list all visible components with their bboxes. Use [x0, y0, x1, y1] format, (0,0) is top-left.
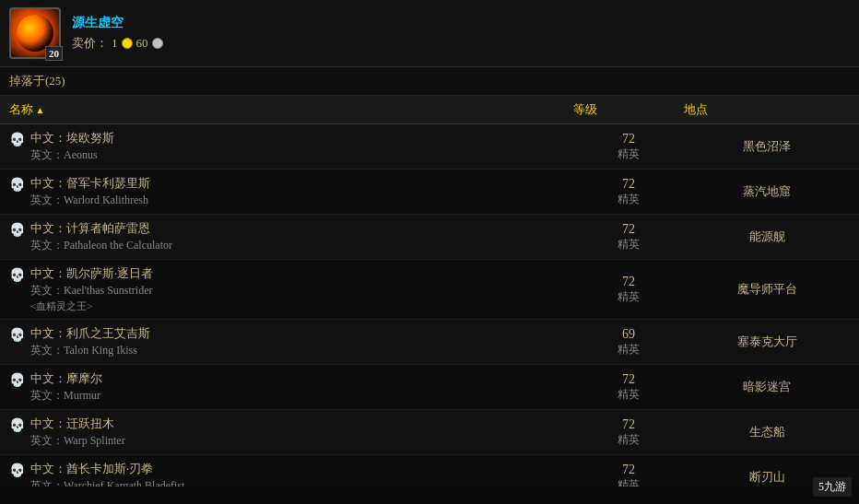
name-header[interactable]: 名称: [9, 101, 573, 118]
table-row[interactable]: 💀中文：利爪之王艾吉斯英文：Talon King Ikiss69精英塞泰克大厅: [0, 320, 859, 365]
level-cell: 72精英: [573, 372, 684, 403]
name-cell: 💀中文：摩摩尔英文：Murmur: [9, 370, 573, 404]
level-type: 精英: [618, 147, 640, 160]
name-en: 英文：Kael'thas Sunstrider: [30, 283, 153, 299]
item-header: 20 源生虚空 卖价： 1 60: [0, 0, 859, 67]
name-en: 英文：Warp Splinter: [30, 433, 125, 449]
name-text: 中文：利爪之王艾吉斯英文：Talon King Ikiss: [30, 325, 150, 358]
table-row[interactable]: 💀中文：埃欧努斯英文：Aeonus72精英黑色沼泽: [0, 124, 859, 170]
sell-label: 卖价：: [72, 35, 108, 52]
level-num: 69: [573, 327, 684, 342]
table-body: 💀中文：埃欧努斯英文：Aeonus72精英黑色沼泽💀中文：督军卡利瑟里斯英文：W…: [0, 124, 859, 486]
name-text: 中文：计算者帕萨雷恩英文：Pathaleon the Calculator: [30, 220, 172, 253]
name-text: 中文：摩摩尔英文：Murmur: [30, 370, 102, 404]
name-en: 英文：Pathaleon the Calculator: [30, 238, 172, 253]
name-en: 英文：Warchief Kargath Bladefist: [30, 478, 184, 486]
level-num: 72: [573, 463, 684, 477]
location-cell[interactable]: 黑色沼泽: [684, 138, 850, 155]
skull-icon: 💀: [9, 267, 25, 283]
name-cn: 中文：埃欧努斯: [30, 130, 114, 147]
table-header: 名称 等级 地点: [0, 96, 859, 124]
name-cell: 💀中文：酋长卡加斯·刃拳英文：Warchief Kargath Bladefis…: [9, 461, 573, 486]
item-level: 20: [45, 46, 63, 61]
level-header: 等级: [573, 101, 684, 118]
name-en: 英文：Aeonus: [30, 147, 114, 163]
location-cell[interactable]: 塞泰克大厅: [684, 334, 850, 350]
level-num: 72: [573, 222, 684, 237]
level-type: 精英: [618, 290, 640, 303]
drops-header: 掉落于(25): [0, 67, 859, 96]
name-cn: 中文：凯尔萨斯·逐日者: [30, 265, 153, 282]
level-cell: 72精英: [573, 463, 684, 487]
name-cn: 中文：摩摩尔: [30, 370, 102, 387]
level-num: 72: [573, 417, 684, 432]
name-text: 中文：埃欧努斯英文：Aeonus: [30, 130, 114, 163]
name-cell: 💀中文：埃欧努斯英文：Aeonus: [9, 130, 573, 163]
table-row[interactable]: 💀中文：计算者帕萨雷恩英文：Pathaleon the Calculator72…: [0, 215, 859, 260]
level-cell: 72精英: [573, 222, 684, 252]
level-type: 精英: [618, 238, 640, 251]
name-cn: 中文：计算者帕萨雷恩: [30, 220, 172, 237]
level-cell: 72精英: [573, 132, 684, 162]
name-cell: 💀中文：计算者帕萨雷恩英文：Pathaleon the Calculator: [9, 220, 573, 253]
level-cell: 72精英: [573, 417, 684, 448]
location-cell[interactable]: 生态船: [684, 424, 850, 440]
skull-icon: 💀: [9, 463, 25, 478]
level-num: 72: [573, 372, 684, 387]
skull-icon: 💀: [9, 327, 25, 343]
location-cell[interactable]: 能源舰: [684, 229, 850, 245]
gold-amount: 1: [112, 36, 118, 51]
level-type: 精英: [618, 478, 640, 487]
item-info: 源生虚空 卖价： 1 60: [72, 15, 163, 52]
location-header: 地点: [684, 101, 850, 118]
level-type: 精英: [618, 193, 640, 205]
watermark: 5九游: [813, 477, 852, 497]
name-cn: 中文：酋长卡加斯·刃拳: [30, 461, 184, 477]
table-row[interactable]: 💀中文：督军卡利瑟里斯英文：Warlord Kalithresh72精英蒸汽地窟: [0, 170, 859, 215]
name-en: 英文：Warlord Kalithresh: [30, 193, 150, 208]
name-cn: 中文：利爪之王艾吉斯: [30, 325, 150, 342]
level-num: 72: [573, 275, 684, 289]
skull-icon: 💀: [9, 222, 25, 238]
level-cell: 72精英: [573, 177, 684, 207]
level-cell: 72精英: [573, 275, 684, 305]
level-num: 72: [573, 177, 684, 192]
location-cell[interactable]: 蒸汽地窟: [684, 183, 850, 200]
silver-coin-icon: [152, 38, 163, 49]
name-cell: 💀中文：利爪之王艾吉斯英文：Talon King Ikiss: [9, 325, 573, 358]
name-text: 中文：凯尔萨斯·逐日者英文：Kael'thas Sunstrider<血精灵之王…: [30, 265, 153, 313]
location-cell[interactable]: 暗影迷宫: [684, 379, 850, 395]
name-cn: 中文：督军卡利瑟里斯: [30, 175, 150, 192]
item-icon-wrapper: 20: [9, 7, 61, 59]
name-cn: 中文：迁跃扭木: [30, 416, 125, 432]
skull-icon: 💀: [9, 417, 25, 433]
name-text: 中文：督军卡利瑟里斯英文：Warlord Kalithresh: [30, 175, 150, 208]
item-title[interactable]: 源生虚空: [72, 15, 163, 31]
silver-amount: 60: [136, 36, 148, 51]
gold-coin-icon: [122, 38, 133, 49]
table-row[interactable]: 💀中文：酋长卡加斯·刃拳英文：Warchief Kargath Bladefis…: [0, 455, 859, 486]
name-cell: 💀中文：迁跃扭木英文：Warp Splinter: [9, 416, 573, 449]
table-row[interactable]: 💀中文：摩摩尔英文：Murmur72精英暗影迷宫: [0, 365, 859, 410]
level-type: 精英: [618, 343, 640, 356]
skull-icon: 💀: [9, 372, 25, 388]
table-row[interactable]: 💀中文：迁跃扭木英文：Warp Splinter72精英生态船: [0, 410, 859, 455]
name-text: 中文：迁跃扭木英文：Warp Splinter: [30, 416, 125, 449]
name-en: 英文：Talon King Ikiss: [30, 343, 150, 358]
name-en: 英文：Murmur: [30, 388, 102, 404]
table-row[interactable]: 💀中文：凯尔萨斯·逐日者英文：Kael'thas Sunstrider<血精灵之…: [0, 260, 859, 320]
name-text: 中文：酋长卡加斯·刃拳英文：Warchief Kargath Bladefist: [30, 461, 184, 486]
skull-icon: 💀: [9, 132, 25, 147]
level-cell: 69精英: [573, 327, 684, 357]
item-price: 卖价： 1 60: [72, 35, 163, 52]
drops-title: 掉落于(25): [9, 74, 65, 88]
location-cell[interactable]: 魔导师平台: [684, 281, 850, 298]
name-cell: 💀中文：督军卡利瑟里斯英文：Warlord Kalithresh: [9, 175, 573, 208]
level-num: 72: [573, 132, 684, 147]
skull-icon: 💀: [9, 177, 25, 193]
name-extra: <血精灵之王>: [30, 299, 153, 313]
name-cell: 💀中文：凯尔萨斯·逐日者英文：Kael'thas Sunstrider<血精灵之…: [9, 265, 573, 313]
level-type: 精英: [618, 388, 640, 401]
level-type: 精英: [618, 433, 640, 446]
